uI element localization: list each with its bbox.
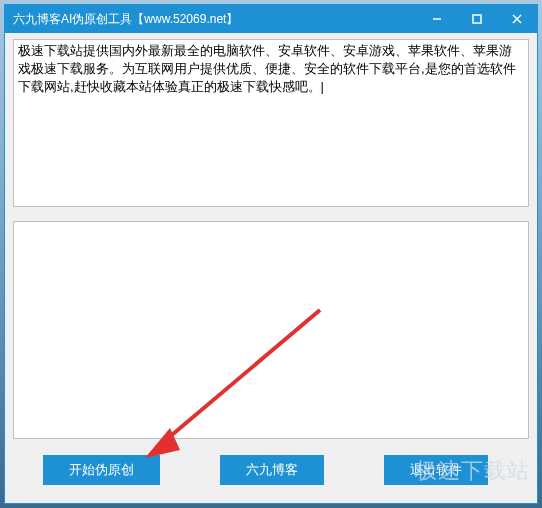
minimize-icon: [431, 13, 443, 25]
minimize-button[interactable]: [417, 5, 457, 33]
divider: [13, 211, 529, 221]
maximize-icon: [471, 13, 483, 25]
close-button[interactable]: [497, 5, 537, 33]
window-title: 六九博客AI伪原创工具【www.52069.net】: [13, 11, 238, 28]
button-row: 开始伪原创 六九博客 退出软件: [13, 443, 529, 485]
close-icon: [511, 13, 523, 25]
input-textarea[interactable]: [13, 39, 529, 207]
app-window: 六九博客AI伪原创工具【www.52069.net】 开始伪原创 六九博客 退出…: [4, 4, 538, 504]
exit-button[interactable]: 退出软件: [384, 455, 488, 485]
maximize-button[interactable]: [457, 5, 497, 33]
output-textarea[interactable]: [13, 221, 529, 439]
window-controls: [417, 5, 537, 33]
titlebar: 六九博客AI伪原创工具【www.52069.net】: [5, 5, 537, 33]
blog-button[interactable]: 六九博客: [220, 455, 324, 485]
svg-rect-1: [473, 15, 481, 23]
content-area: 开始伪原创 六九博客 退出软件: [5, 33, 537, 493]
start-button[interactable]: 开始伪原创: [43, 455, 160, 485]
